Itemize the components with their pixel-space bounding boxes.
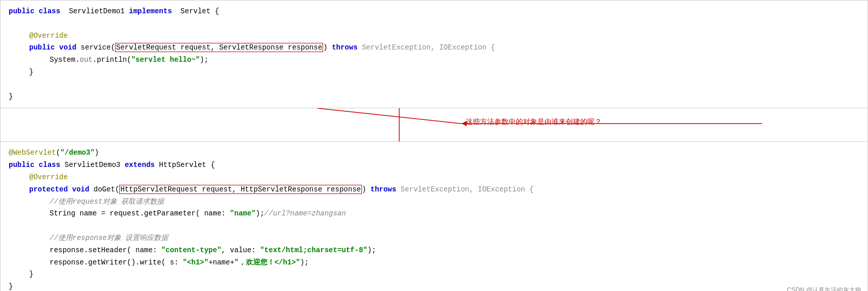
code-line-webservlet: @WebServlet("/demo3") bbox=[9, 147, 859, 159]
code-line-doget: protected void doGet(HttpServletRequest … bbox=[9, 184, 859, 196]
code-line-class3: public class ServlietDemo3 extends HttpS… bbox=[9, 159, 859, 172]
code-line-brace2: } bbox=[9, 91, 859, 103]
code-line-service: public void service(ServletRequest reque… bbox=[9, 42, 859, 54]
code-line-comment2: //使用response对象 设置响应数据 bbox=[9, 232, 859, 245]
top-code-block: public class ServlietDemo1 implements Se… bbox=[0, 0, 868, 108]
code-line-blank1 bbox=[9, 18, 859, 30]
code-line-println: System.out.println("servlet hello~"); bbox=[9, 54, 859, 66]
code-line-brace4: } bbox=[9, 281, 859, 291]
code-line-override1: @Override bbox=[9, 30, 859, 42]
code-line-blank2 bbox=[9, 79, 859, 91]
arrow-svg bbox=[1, 108, 868, 141]
code-line-brace1: } bbox=[9, 66, 859, 79]
code-line-brace3: } bbox=[9, 269, 859, 281]
code-line-blank3 bbox=[9, 220, 859, 232]
code-line-1: public class ServlietDemo1 implements Se… bbox=[9, 6, 859, 18]
code-line-setheader: response.setHeader( name: "content-type"… bbox=[9, 245, 859, 257]
bottom-code-block: @WebServlet("/demo3") public class Servl… bbox=[0, 141, 868, 291]
annotation-area: 这些方法参数中的对象是由谁来创建的呢？ bbox=[0, 108, 868, 141]
watermark: CSDN @认真生活的灰太狼 bbox=[787, 285, 861, 291]
code-line-override2: @Override bbox=[9, 172, 859, 184]
code-line-getparam: String name = request.getParameter( name… bbox=[9, 208, 859, 220]
svg-line-0 bbox=[317, 108, 461, 124]
code-line-comment1: //使用request对象 获取请求数据 bbox=[9, 196, 859, 208]
code-line-write: response.getWriter().write( s: "<h1>"+na… bbox=[9, 257, 859, 269]
page-container: public class ServlietDemo1 implements Se… bbox=[0, 0, 868, 291]
annotation-text: 这些方法参数中的对象是由谁来创建的呢？ bbox=[466, 117, 602, 127]
